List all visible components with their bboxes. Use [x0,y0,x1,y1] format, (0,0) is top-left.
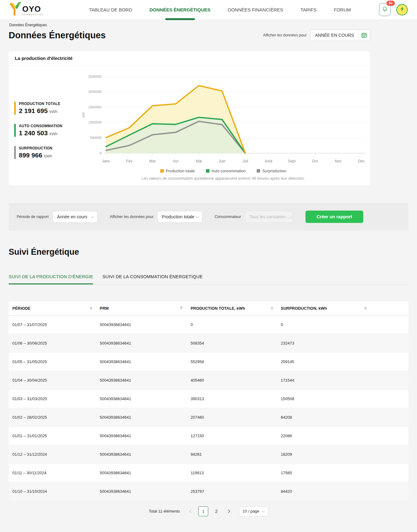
cell-prm: 50043938634641 [96,464,187,482]
cell-periode: 01/05 – 31/05/2025 [9,353,96,371]
pagination-next-button[interactable] [224,506,234,516]
nav-donnees-financieres[interactable]: DONNÉES FINANCIÈRES [219,0,292,19]
cell-surproduction: 232473 [277,334,371,353]
svg-text:2000000: 2000000 [88,90,102,94]
tracking-tabs: SUIVI DE LA PRODUCTION D'ÉNERGIE SUIVI D… [9,274,408,285]
chevron-down-icon [91,214,94,219]
pagination-page-2[interactable]: 2 [211,506,221,516]
field-periode-de-rapport: Période de rapport Année en cours [17,211,98,223]
cell-production: 390313 [187,390,277,408]
chart-area: 05000001000000150000020000002500000JanvF… [80,71,367,181]
logo-text: OYO COMMUNITIES [22,5,44,17]
notification-badge: 9+ [386,1,395,6]
chart-stats: PRODUCTION TOTALE 2 191 695 kWh AUTO CON… [14,71,80,181]
cell-periode: 01/06 – 30/06/2025 [9,334,96,353]
page-size-select[interactable]: 10 / page [239,506,268,516]
nav-tarifs[interactable]: TARIFS [292,0,325,19]
tracking-section-title: Suivi Énergétique [9,247,408,257]
cell-production: 405460 [187,371,277,390]
page: OYO COMMUNITIES TABLEAU DE BORD DONNÉES … [0,0,417,532]
chart-card-body: PRODUCTION TOTALE 2 191 695 kWh AUTO CON… [9,65,370,186]
nav-forum[interactable]: FORUM [325,0,360,19]
year-select-value: ANNÉE EN COURS [311,33,358,38]
calendar-icon [359,32,370,38]
cell-surproduction: 18209 [277,445,371,464]
cell-prm: 50043938634641 [96,445,187,464]
cell-surproduction: 84420 [277,482,371,501]
report-filter-bar: Période de rapport Année en cours Affich… [9,203,408,231]
stat-value: 2 191 695 kWh [19,107,80,115]
stat-value: 899 966 kWh [19,152,80,159]
year-select[interactable]: ANNÉE EN COURS [310,30,370,41]
cell-production: 552958 [187,353,277,371]
sort-icon[interactable] [271,307,273,310]
title-row: Données Énergétiques Afficher les donnée… [9,30,370,41]
user-avatar[interactable] [396,4,408,15]
svg-text:Mar: Mar [149,159,156,163]
cell-production: 0 [187,316,277,334]
col-production-totale: PRODUCTION TOTALE, kWh [187,301,277,316]
sort-icon[interactable] [364,307,367,310]
cell-production: 94261 [187,445,277,464]
cell-production: 253797 [187,482,277,501]
svg-text:Déc: Déc [358,159,365,163]
stat-label: AUTO CONSOMMATION [19,124,80,128]
report-period-select[interactable]: Année en cours [53,211,98,223]
cell-periode: 01/04 – 30/04/2025 [9,371,96,390]
table-row: 01/07 – 31/07/20255004393863464100 [9,316,408,334]
filter-icon[interactable] [179,306,183,310]
notifications-button[interactable]: 9+ [379,3,391,16]
chart-legend: Production totale Auto consommation Surp… [80,169,367,173]
stat-label: SURPRODUCTION [19,146,80,150]
stat-auto-consommation: AUTO CONSOMMATION 1 240 503 kWh [14,124,80,137]
logo-brand: OYO [22,5,44,13]
page-title: Données Énergétiques [9,30,106,40]
legend-auto-consommation[interactable]: Auto consommation [206,169,246,173]
bell-icon [382,6,388,14]
svg-text:Avr: Avr [173,159,179,163]
cell-surproduction: 259145 [277,353,371,371]
legend-production-totale[interactable]: Production totale [160,169,195,173]
production-chart-card: La production d'électricité PRODUCTION T… [9,51,370,186]
cell-prm: 50043938634641 [96,334,187,353]
table-row: 01/05 – 31/05/20255004393863464155295825… [9,353,408,371]
svg-text:Nov: Nov [335,159,342,163]
tab-suivi-production[interactable]: SUIVI DE LA PRODUCTION D'ÉNERGIE [9,274,93,284]
brand-logo[interactable]: OYO COMMUNITIES [9,2,80,17]
svg-text:Janv: Janv [102,159,110,163]
stat-surproduction: SURPRODUCTION 899 966 kWh [14,146,80,159]
cell-production: 508354 [187,334,277,353]
table-row: 01/06 – 30/06/20255004393863464150835423… [9,334,408,353]
stat-value: 1 240 503 kWh [19,129,80,137]
legend-swatch [257,169,260,173]
field-afficher-donnees: Afficher les données pour Production tot… [110,211,203,223]
pagination-total: Total 11 éléments [149,509,180,513]
pagination-prev-button[interactable] [185,506,195,516]
nav-tableau-de-bord[interactable]: TABLEAU DE BORD [80,0,141,19]
lightning-icon [400,6,405,13]
field-label: Consommateur [215,215,241,219]
sort-icon[interactable] [90,307,92,310]
nav-donnees-energetiques[interactable]: DONNÉES ÉNERGÉTIQUES [141,0,219,19]
svg-text:kW: kW [82,112,85,118]
tab-suivi-consommation[interactable]: SUIVI DE LA CONSOMMATION ÉNERGETIQUE [102,274,202,284]
cell-periode: 01/03 – 31/03/2025 [9,390,96,408]
legend-surproduction[interactable]: Surproduction [257,169,286,173]
cell-periode: 01/02 – 28/02/2025 [9,408,96,427]
cell-surproduction: 64208 [277,408,371,427]
svg-text:Juil: Juil [242,159,248,163]
svg-text:Mai: Mai [196,159,202,163]
pagination-page-1[interactable]: 1 [198,506,208,516]
table-row: 01/12 – 31/12/20245004393863464194261182… [9,445,408,464]
svg-text:Fév: Fév [126,159,133,163]
data-type-select[interactable]: Production totale [157,211,202,223]
col-periode: PÉRIODE [9,301,96,316]
svg-text:1500000: 1500000 [88,105,102,109]
breadcrumb[interactable]: Données Énergétiques [9,23,408,27]
cell-periode: 01/01 – 31/01/2025 [9,427,96,445]
create-report-button[interactable]: Créer un rapport [305,211,363,223]
chart-card-title: La production d'électricité [9,51,370,65]
svg-text:0: 0 [100,151,102,155]
chart-footnote: Les valeurs de consommation quotidienne … [80,176,367,181]
period-picker: Afficher les données pour ANNÉE EN COURS [263,30,370,41]
